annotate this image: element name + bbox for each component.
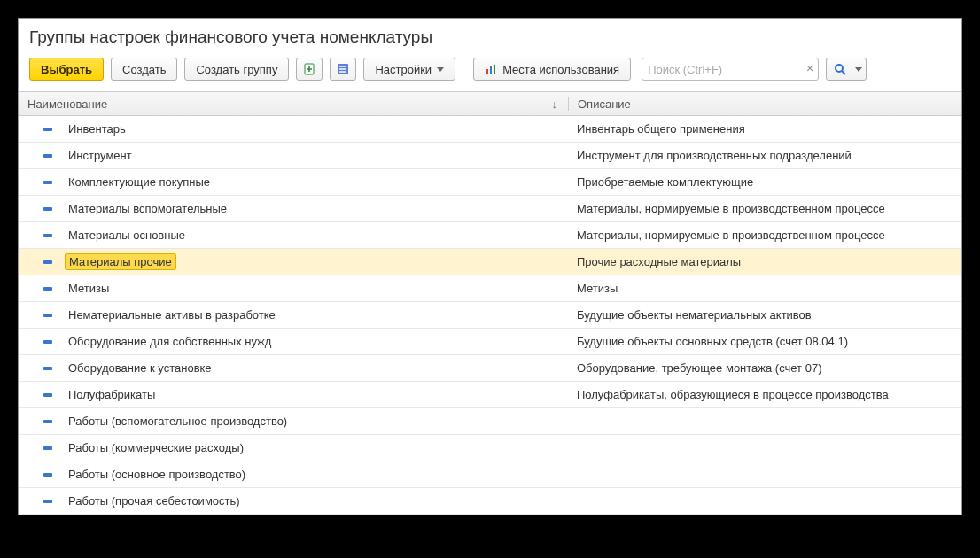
table-row[interactable]: Нематериальные активы в разработкеБудущи… (19, 302, 961, 329)
row-name-text: Метизы (65, 281, 113, 296)
row-name-text: Работы (основное производство) (65, 467, 249, 482)
clear-search-button[interactable]: × (806, 61, 813, 75)
table-row[interactable]: Материалы прочиеПрочие расходные материа… (19, 249, 961, 275)
list-view-button[interactable] (330, 58, 356, 81)
item-icon (42, 231, 54, 240)
create-button[interactable]: Создать (111, 58, 177, 81)
sort-asc-icon: ↓ (552, 97, 558, 111)
table-row[interactable]: ПолуфабрикатыПолуфабрикаты, образующиеся… (19, 382, 961, 408)
cell-name: Работы (коммерческие расходы) (19, 440, 568, 455)
table-row[interactable]: Работы (прочая себестоимость) (19, 488, 961, 515)
row-name-text: Оборудование для собственных нужд (65, 334, 275, 349)
cell-name: Метизы (19, 281, 568, 296)
plus-sheet-icon (302, 62, 316, 76)
item-icon (42, 497, 54, 506)
column-header-desc[interactable]: Описание (568, 97, 961, 111)
settings-label: Настройки (375, 63, 432, 76)
cell-desc: Полуфабрикаты, образующиеся в процессе п… (568, 388, 961, 401)
table-body: ИнвентарьИнвентарь общего примененияИнст… (19, 116, 961, 515)
cell-name: Нематериальные активы в разработке (19, 307, 568, 322)
chevron-down-icon (437, 67, 444, 72)
item-icon (42, 258, 54, 267)
item-icon (42, 151, 54, 160)
table-row[interactable]: Работы (коммерческие расходы) (19, 435, 961, 461)
item-icon (42, 364, 54, 373)
table-row[interactable]: МетизыМетизы (19, 275, 961, 302)
item-icon (42, 444, 54, 453)
row-name-text: Инструмент (65, 148, 136, 163)
cell-name: Материалы основные (19, 228, 568, 243)
row-name-text: Материалы прочие (65, 253, 176, 270)
cell-name: Инвентарь (19, 121, 568, 136)
item-icon (42, 470, 54, 479)
cell-desc: Инвентарь общего применения (568, 122, 961, 136)
cell-desc: Будущие объекты основных средств (счет 0… (568, 335, 961, 348)
table-row[interactable]: Материалы вспомогательныеМатериалы, норм… (19, 196, 961, 222)
table-row[interactable]: ИнвентарьИнвентарь общего применения (19, 116, 961, 143)
search-wrap: × (642, 58, 819, 81)
item-icon (42, 125, 54, 134)
item-icon (42, 337, 54, 346)
item-icon (42, 391, 54, 399)
cell-desc: Материалы, нормируемые в производственно… (568, 229, 961, 242)
usage-label: Места использования (502, 63, 619, 76)
item-icon (42, 284, 54, 293)
svg-rect-3 (490, 66, 492, 74)
cell-name: Работы (прочая себестоимость) (19, 493, 568, 508)
svg-point-5 (836, 65, 843, 72)
row-name-text: Материалы основные (65, 228, 189, 243)
table-row[interactable]: Оборудование для собственных нуждБудущие… (19, 329, 961, 355)
table-row[interactable]: Работы (основное производство) (19, 461, 961, 488)
svg-rect-4 (494, 65, 495, 74)
table-row[interactable]: ИнструментИнструмент для производственны… (19, 143, 961, 169)
row-name-text: Нематериальные активы в разработке (65, 307, 279, 322)
row-name-text: Оборудование к установке (65, 360, 215, 376)
cell-name: Оборудование для собственных нужд (19, 334, 568, 349)
cell-desc: Будущие объекты нематериальных активов (568, 308, 961, 322)
column-header-name[interactable]: Наименование ↓ (19, 97, 568, 111)
cell-name: Полуфабрикаты (19, 387, 568, 402)
cell-desc: Прочие расходные материалы (568, 255, 961, 268)
cell-desc: Материалы, нормируемые в производственно… (568, 202, 961, 215)
table-row[interactable]: Оборудование к установкеОборудование, тр… (19, 355, 961, 382)
select-button[interactable]: Выбрать (29, 58, 104, 81)
cell-name: Комплектующие покупные (19, 174, 568, 190)
cell-desc: Приобретаемые комплектующие (568, 175, 961, 189)
item-icon (42, 417, 54, 426)
svg-rect-2 (486, 69, 488, 74)
cell-name: Инструмент (19, 148, 568, 163)
cell-name: Материалы вспомогательные (19, 201, 568, 216)
row-name-text: Работы (вспомогательное производство) (65, 414, 291, 429)
app-window: Группы настроек финансового учета номенк… (18, 18, 962, 515)
row-name-text: Работы (коммерческие расходы) (65, 440, 247, 455)
row-name-text: Инвентарь (65, 121, 129, 136)
table-row[interactable]: Материалы основныеМатериалы, нормируемые… (19, 222, 961, 249)
toolbar: Выбрать Создать Создать группу Настройки… (19, 58, 961, 91)
list-icon (336, 62, 350, 76)
settings-button[interactable]: Настройки (363, 58, 455, 81)
cell-name: Работы (вспомогательное производство) (19, 414, 568, 429)
item-icon (42, 311, 54, 320)
row-name-text: Полуфабрикаты (65, 387, 159, 402)
copy-button[interactable] (296, 58, 323, 81)
row-name-text: Работы (прочая себестоимость) (65, 493, 244, 508)
cell-name: Оборудование к установке (19, 360, 568, 376)
item-icon (42, 205, 54, 213)
search-input[interactable] (642, 58, 819, 81)
search-dropdown-button[interactable] (826, 58, 867, 81)
usage-button[interactable]: Места использования (473, 58, 631, 81)
cell-desc: Инструмент для производственных подразде… (568, 149, 961, 162)
magnifier-icon (834, 63, 846, 75)
table-row[interactable]: Работы (вспомогательное производство) (19, 408, 961, 435)
cell-name: Работы (основное производство) (19, 467, 568, 482)
chart-icon (485, 63, 497, 75)
table-header: Наименование ↓ Описание (19, 91, 961, 116)
chevron-down-icon (855, 67, 862, 72)
item-icon (42, 178, 54, 187)
cell-desc: Метизы (568, 282, 961, 295)
create-group-button[interactable]: Создать группу (184, 58, 289, 81)
cell-name: Материалы прочие (19, 253, 568, 270)
page-title: Группы настроек финансового учета номенк… (19, 19, 961, 58)
row-name-text: Комплектующие покупные (65, 174, 214, 190)
table-row[interactable]: Комплектующие покупныеПриобретаемые комп… (19, 169, 961, 196)
